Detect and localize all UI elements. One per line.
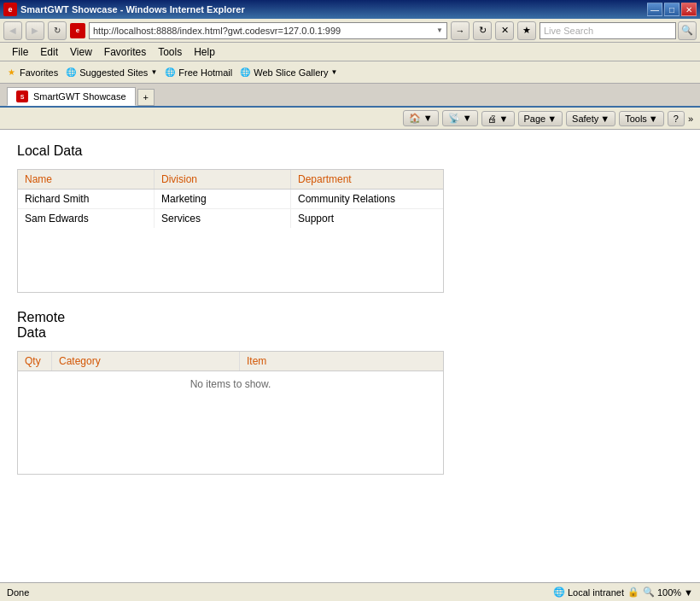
window-controls: — □ ✕ bbox=[647, 3, 697, 16]
menu-edit[interactable]: Edit bbox=[35, 44, 63, 60]
reload-button[interactable]: ↻ bbox=[473, 21, 492, 40]
suggested-sites-dropdown[interactable]: ▼ bbox=[150, 68, 157, 76]
favorites-main[interactable]: ★ Favorites bbox=[5, 67, 58, 79]
menu-tools[interactable]: Tools bbox=[153, 44, 187, 60]
web-slice-dropdown[interactable]: ▼ bbox=[330, 68, 337, 76]
suggested-sites-icon: 🌐 bbox=[65, 67, 77, 79]
address-icon: e bbox=[70, 23, 85, 38]
security-icon: 🔒 bbox=[627, 586, 639, 598]
search-button[interactable]: 🔍 bbox=[678, 21, 697, 40]
tab-icon: S bbox=[16, 90, 28, 102]
web-slice-label: Web Slice Gallery bbox=[254, 67, 328, 78]
hotmail-label: Free Hotmail bbox=[178, 67, 232, 78]
lock-icon: 🔒 bbox=[627, 586, 639, 598]
nav-bar: ◀ ▶ ↻ e http://localhost:8888/index.html… bbox=[0, 19, 700, 43]
menu-help[interactable]: Help bbox=[189, 44, 220, 60]
menu-favorites[interactable]: Favorites bbox=[99, 44, 151, 60]
table-row[interactable]: Sam Edwards Services Support bbox=[18, 209, 443, 228]
remote-data-title: Remote Data bbox=[17, 310, 683, 341]
col-header-department[interactable]: Department bbox=[291, 170, 443, 189]
url-text: http://localhost:8888/index.html?gwt.cod… bbox=[93, 26, 341, 36]
content-area: Local Data Name Division Department Rich… bbox=[0, 130, 700, 582]
active-tab[interactable]: S SmartGWT Showcase bbox=[7, 87, 136, 106]
favorites-suggested-sites[interactable]: 🌐 Suggested Sites ▼ bbox=[65, 67, 157, 79]
address-bar-container: e http://localhost:8888/index.html?gwt.c… bbox=[70, 21, 536, 40]
remote-data-body: No items to show. bbox=[18, 371, 443, 474]
local-data-header: Name Division Department bbox=[18, 170, 443, 190]
stop-button[interactable]: ✕ bbox=[495, 21, 514, 40]
status-right: 🌐 Local intranet 🔒 🔍 100% ▼ bbox=[553, 586, 697, 598]
tools-button[interactable]: Tools ▼ bbox=[619, 111, 664, 126]
menu-file[interactable]: File bbox=[7, 44, 33, 60]
table-row[interactable]: Richard Smith Marketing Community Relati… bbox=[18, 190, 443, 209]
globe-icon: 🌐 bbox=[553, 586, 565, 598]
cell-department-0: Community Relations bbox=[291, 190, 443, 208]
go-button[interactable]: → bbox=[451, 21, 470, 40]
menu-view[interactable]: View bbox=[65, 44, 97, 60]
cell-department-1: Support bbox=[291, 209, 443, 228]
search-bar-container: Live Search 🔍 bbox=[540, 21, 697, 40]
favorites-button[interactable]: ★ bbox=[517, 21, 536, 40]
cell-division-0: Marketing bbox=[155, 190, 291, 208]
safety-button[interactable]: Safety ▼ bbox=[566, 111, 615, 126]
remote-data-header: Qty Category Item bbox=[18, 352, 443, 371]
tabs-bar: S SmartGWT Showcase + bbox=[0, 84, 700, 108]
back-button[interactable]: ◀ bbox=[3, 21, 22, 40]
col-header-qty[interactable]: Qty bbox=[18, 352, 52, 371]
local-data-body: Richard Smith Marketing Community Relati… bbox=[18, 190, 443, 292]
zoom-control[interactable]: 🔍 100% ▼ bbox=[643, 586, 693, 598]
cell-division-1: Services bbox=[155, 209, 291, 228]
favorites-web-slice[interactable]: 🌐 Web Slice Gallery ▼ bbox=[239, 67, 337, 79]
browser-toolbar: 🏠 ▼ 📡 ▼ 🖨 ▼ Page ▼ Safety ▼ Tools ▼ ? » bbox=[0, 108, 700, 130]
print-button[interactable]: 🖨 ▼ bbox=[481, 111, 515, 126]
zone-icon: 🌐 Local intranet bbox=[553, 586, 624, 598]
empty-message: No items to show. bbox=[18, 371, 443, 397]
favorites-hotmail[interactable]: 🌐 Free Hotmail bbox=[164, 67, 232, 79]
menu-bar: File Edit View Favorites Tools Help bbox=[0, 43, 700, 61]
status-bar: Done 🌐 Local intranet 🔒 🔍 100% ▼ bbox=[0, 582, 700, 601]
remote-data-section: Remote Data Qty Category Item No items t… bbox=[17, 310, 683, 475]
local-data-grid: Name Division Department Richard Smith M… bbox=[17, 169, 444, 293]
search-input[interactable]: Live Search bbox=[540, 22, 676, 39]
cell-name-0: Richard Smith bbox=[18, 190, 155, 208]
local-data-section: Local Data Name Division Department Rich… bbox=[17, 143, 683, 293]
zoom-label: 100% bbox=[657, 587, 681, 598]
remote-data-grid: Qty Category Item No items to show. bbox=[17, 351, 444, 475]
page-button[interactable]: Page ▼ bbox=[518, 111, 563, 126]
favorites-star-icon: ★ bbox=[5, 67, 17, 79]
web-slice-icon: 🌐 bbox=[239, 67, 251, 79]
home-button[interactable]: 🏠 ▼ bbox=[403, 110, 439, 126]
close-button[interactable]: ✕ bbox=[681, 3, 697, 16]
help-button[interactable]: ? bbox=[668, 111, 685, 126]
rss-button[interactable]: 📡 ▼ bbox=[442, 110, 478, 126]
address-dropdown-arrow[interactable]: ▼ bbox=[436, 26, 443, 34]
new-tab-button[interactable]: + bbox=[137, 89, 155, 106]
col-header-item[interactable]: Item bbox=[240, 352, 443, 371]
title-bar-left: e SmartGWT Showcase - Windows Internet E… bbox=[3, 3, 245, 16]
favorites-bar: ★ Favorites 🌐 Suggested Sites ▼ 🌐 Free H… bbox=[0, 61, 700, 84]
search-placeholder: Live Search bbox=[544, 26, 593, 36]
local-data-title: Local Data bbox=[17, 143, 683, 159]
status-text: Done bbox=[3, 587, 553, 598]
browser-icon: e bbox=[3, 3, 17, 16]
title-bar: e SmartGWT Showcase - Windows Internet E… bbox=[0, 0, 700, 19]
suggested-sites-label: Suggested Sites bbox=[79, 67, 148, 78]
tab-label: SmartGWT Showcase bbox=[33, 91, 126, 102]
window-title: SmartGWT Showcase - Windows Internet Exp… bbox=[20, 4, 245, 15]
zone-label: Local intranet bbox=[568, 587, 624, 598]
minimize-button[interactable]: — bbox=[647, 3, 662, 16]
refresh-button[interactable]: ↻ bbox=[48, 21, 67, 40]
col-header-name[interactable]: Name bbox=[18, 170, 155, 189]
hotmail-icon: 🌐 bbox=[164, 67, 176, 79]
more-button[interactable]: » bbox=[688, 114, 693, 124]
forward-button[interactable]: ▶ bbox=[26, 21, 44, 40]
cell-name-1: Sam Edwards bbox=[18, 209, 155, 228]
address-bar[interactable]: http://localhost:8888/index.html?gwt.cod… bbox=[89, 22, 447, 39]
favorites-label: Favorites bbox=[20, 67, 58, 78]
maximize-button[interactable]: □ bbox=[664, 3, 680, 16]
col-header-category[interactable]: Category bbox=[52, 352, 240, 371]
col-header-division[interactable]: Division bbox=[155, 170, 291, 189]
